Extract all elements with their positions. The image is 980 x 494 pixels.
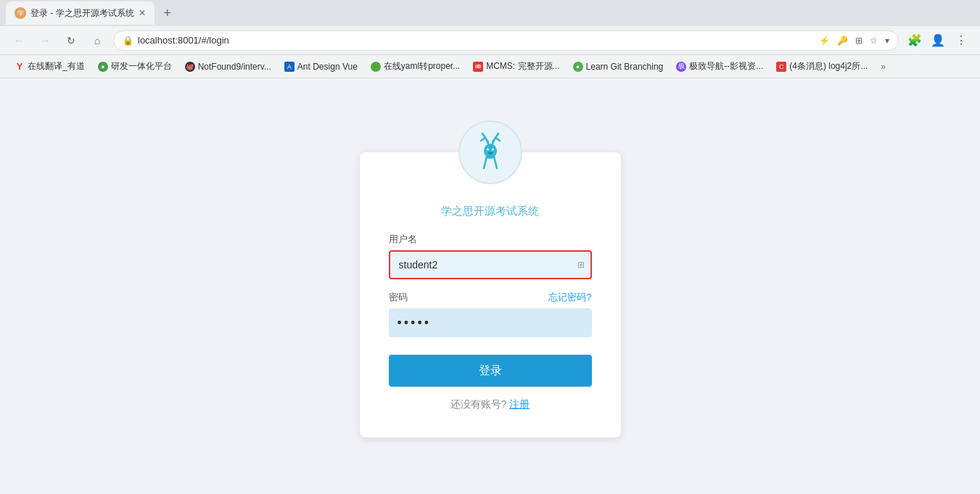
bookmark-more[interactable]: » [875, 59, 892, 75]
reload-button[interactable]: ↻ [61, 30, 81, 51]
address-bar-more[interactable]: ▾ [885, 36, 889, 46]
address-bar-bookmark[interactable]: ☆ [870, 36, 878, 46]
nav-icon: 极 [676, 62, 686, 72]
deer-logo-svg [472, 132, 508, 173]
mcms-icon: iB [473, 62, 483, 72]
home-button[interactable]: ⌂ [87, 30, 107, 51]
register-link[interactable]: 注册 [509, 398, 530, 410]
system-title: 学之思开源考试系统 [441, 205, 539, 218]
password-label-row: 密码 忘记密码? [389, 291, 592, 304]
antd-icon: A [284, 62, 295, 72]
github-icon: 🐙 [185, 62, 195, 72]
login-button[interactable]: 登录 [389, 355, 592, 387]
devops-icon: ● [98, 62, 108, 72]
tab-favicon: 学 [15, 7, 26, 19]
bookmark-github[interactable]: 🐙 NotFound9/interv... [179, 59, 277, 75]
url-text: localhost:8001/#/login [138, 35, 229, 46]
address-bar-key[interactable]: 🔑 [837, 36, 848, 46]
tab-close-button[interactable]: ✕ [139, 8, 146, 18]
username-input-icon: ⊞ [577, 260, 585, 270]
lock-icon: 🔒 [123, 36, 133, 46]
address-bar-star[interactable]: ⚡ [819, 36, 830, 46]
bookmark-youdao[interactable]: Y 在线翻译_有道 [9, 57, 91, 75]
extensions-button[interactable]: 🧩 [905, 30, 925, 51]
bookmark-github-label: NotFound9/interv... [198, 62, 271, 72]
more-bookmarks-icon: » [881, 62, 886, 72]
username-input[interactable] [389, 250, 592, 279]
bookmark-nav[interactable]: 极 极致导航--影视资... [670, 57, 769, 75]
youdao-icon: Y [15, 62, 25, 72]
bookmark-git[interactable]: ● Learn Git Branching [567, 59, 670, 75]
bookmark-antd[interactable]: A Ant Design Vue [279, 59, 363, 75]
bookmark-yaml-label: 在线yaml转proper... [384, 60, 460, 73]
new-tab-button[interactable]: + [157, 3, 178, 23]
password-input[interactable] [389, 308, 592, 337]
login-card: 学之思开源考试系统 用户名 ⊞ 密码 忘记密码? 登录 [360, 152, 621, 437]
nav-bar: ← → ↻ ⌂ 🔒 localhost:8001/#/login ⚡ 🔑 ⊞ ☆… [0, 26, 980, 55]
bookmark-git-label: Learn Git Branching [586, 62, 664, 72]
address-bar[interactable]: 🔒 localhost:8001/#/login ⚡ 🔑 ⊞ ☆ ▾ [113, 30, 899, 51]
password-label: 密码 [389, 291, 408, 304]
logo-circle [458, 120, 522, 184]
bookmark-mcms[interactable]: iB MCMS: 完整开源... [467, 57, 565, 75]
active-tab[interactable]: 学 登录 - 学之思开源考试系统 ✕ [6, 1, 155, 25]
username-group: 用户名 ⊞ [389, 233, 592, 279]
address-bar-translate[interactable]: ⊞ [855, 36, 862, 46]
tab-bar: 学 登录 - 学之思开源考试系统 ✕ + [0, 0, 980, 26]
svg-point-3 [488, 152, 493, 155]
forgot-password-link[interactable]: 忘记密码? [548, 291, 591, 304]
bookmark-log4j-label: (4条消息) log4j2所... [789, 60, 868, 73]
bookmark-youdao-label: 在线翻译_有道 [28, 60, 85, 73]
menu-button[interactable]: ⋮ [951, 30, 971, 51]
login-container: 学之思开源考试系统 用户名 ⊞ 密码 忘记密码? 登录 [360, 120, 621, 437]
bookmark-devops-label: 研发一体化平台 [111, 60, 172, 73]
tab-title: 登录 - 学之思开源考试系统 [30, 7, 134, 20]
svg-point-0 [484, 144, 497, 158]
forward-button[interactable]: → [35, 30, 55, 51]
username-label: 用户名 [389, 233, 592, 246]
yaml-icon: 🌿 [371, 62, 381, 72]
bookmark-devops[interactable]: ● 研发一体化平台 [92, 57, 178, 75]
bookmark-antd-label: Ant Design Vue [297, 62, 358, 72]
password-group: 密码 忘记密码? [389, 291, 592, 337]
bookmark-log4j[interactable]: C (4条消息) log4j2所... [770, 57, 873, 75]
bookmark-nav-label: 极致导航--影视资... [689, 60, 763, 73]
username-input-wrapper: ⊞ [389, 250, 592, 279]
nav-right-icons: 🧩 👤 ⋮ [905, 30, 971, 51]
svg-point-1 [487, 149, 489, 151]
profile-button[interactable]: 👤 [928, 30, 948, 51]
bookmarks-bar: Y 在线翻译_有道 ● 研发一体化平台 🐙 NotFound9/interv..… [0, 55, 980, 78]
register-row: 还没有账号? 注册 [450, 398, 530, 411]
page-content: 学之思开源考试系统 用户名 ⊞ 密码 忘记密码? 登录 [0, 78, 980, 494]
git-icon: ● [573, 62, 583, 72]
bookmark-mcms-label: MCMS: 完整开源... [486, 60, 559, 73]
no-account-text: 还没有账号? [450, 398, 507, 410]
back-button[interactable]: ← [9, 30, 29, 51]
svg-point-2 [492, 149, 494, 151]
log4j-icon: C [776, 62, 786, 72]
bookmark-yaml[interactable]: 🌿 在线yaml转proper... [365, 57, 466, 75]
